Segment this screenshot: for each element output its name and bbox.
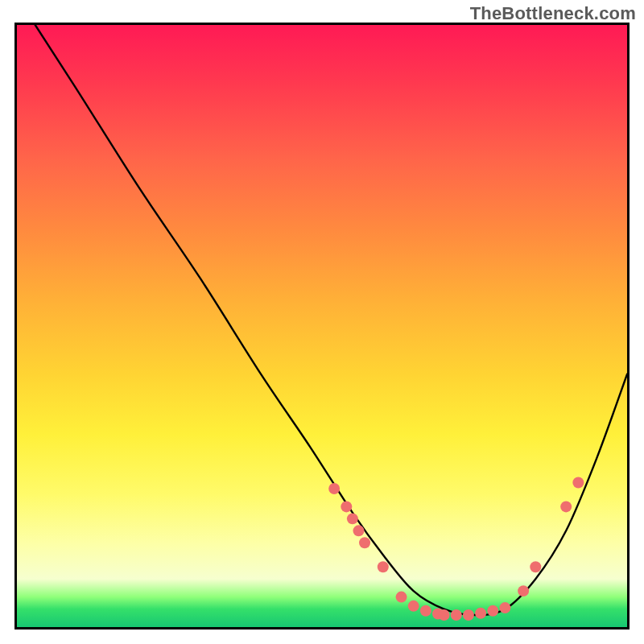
data-marker (572, 477, 584, 488)
data-marker (530, 561, 541, 572)
data-marker (347, 513, 358, 524)
data-marker (408, 601, 419, 612)
data-marker (518, 585, 529, 597)
data-marker (475, 608, 486, 619)
data-marker (328, 483, 340, 494)
data-markers (328, 477, 584, 621)
data-marker (463, 609, 474, 621)
data-marker (439, 609, 450, 621)
watermark-text: TheBottleneck.com (470, 3, 636, 24)
bottleneck-curve (35, 25, 627, 615)
data-marker (378, 561, 389, 572)
data-marker (396, 592, 407, 603)
chart-frame: TheBottleneck.com (0, 0, 644, 644)
data-marker (420, 605, 431, 617)
data-marker (451, 609, 462, 621)
data-marker (487, 605, 498, 617)
data-marker (499, 602, 510, 613)
curve-layer (17, 25, 627, 627)
data-marker (353, 525, 364, 536)
plot-area (14, 23, 630, 630)
data-marker (359, 537, 370, 548)
data-marker (341, 501, 352, 512)
data-marker (560, 501, 572, 512)
